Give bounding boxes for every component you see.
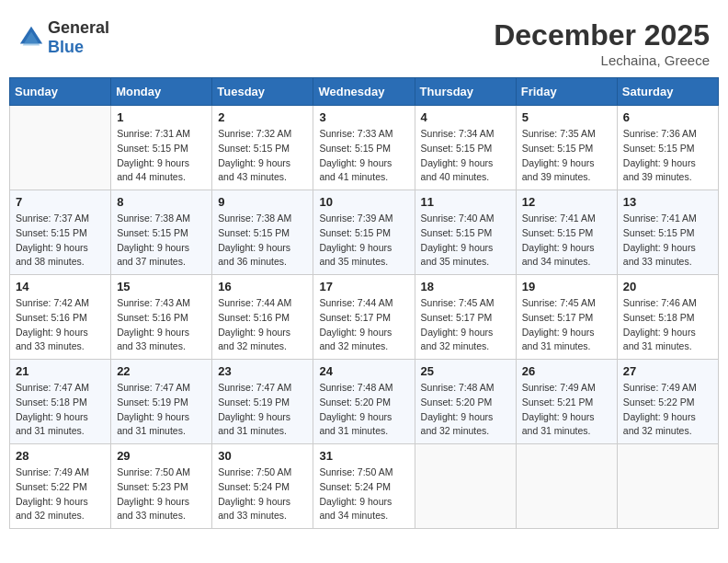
weekday-header-cell: Wednesday xyxy=(313,78,415,106)
day-number: 10 xyxy=(319,195,408,209)
day-info: Sunrise: 7:44 AMSunset: 5:16 PMDaylight:… xyxy=(218,296,307,354)
day-info: Sunrise: 7:47 AMSunset: 5:18 PMDaylight:… xyxy=(16,381,105,439)
calendar-week-row: 21Sunrise: 7:47 AMSunset: 5:18 PMDayligh… xyxy=(10,360,719,444)
calendar-day-cell: 12Sunrise: 7:41 AMSunset: 5:15 PMDayligh… xyxy=(516,190,617,275)
calendar-day-cell: 4Sunrise: 7:34 AMSunset: 5:15 PMDaylight… xyxy=(415,106,516,190)
day-info: Sunrise: 7:49 AMSunset: 5:21 PMDaylight:… xyxy=(522,381,611,439)
calendar-day-cell: 13Sunrise: 7:41 AMSunset: 5:15 PMDayligh… xyxy=(617,190,718,275)
day-info: Sunrise: 7:31 AMSunset: 5:15 PMDaylight:… xyxy=(117,127,206,185)
day-number: 7 xyxy=(16,195,105,209)
location: Lechaina, Greece xyxy=(494,52,710,68)
day-number: 21 xyxy=(16,364,105,378)
weekday-header-row: SundayMondayTuesdayWednesdayThursdayFrid… xyxy=(10,78,719,106)
day-info: Sunrise: 7:35 AMSunset: 5:15 PMDaylight:… xyxy=(522,127,611,185)
day-info: Sunrise: 7:41 AMSunset: 5:15 PMDaylight:… xyxy=(522,212,611,270)
logo-text-general: General xyxy=(48,18,109,37)
day-info: Sunrise: 7:38 AMSunset: 5:15 PMDaylight:… xyxy=(117,212,206,270)
day-number: 4 xyxy=(421,110,510,124)
calendar-day-cell: 16Sunrise: 7:44 AMSunset: 5:16 PMDayligh… xyxy=(212,275,313,360)
calendar-day-cell: 3Sunrise: 7:33 AMSunset: 5:15 PMDaylight… xyxy=(313,106,415,190)
day-number: 17 xyxy=(319,280,408,293)
calendar-day-cell: 23Sunrise: 7:47 AMSunset: 5:19 PMDayligh… xyxy=(212,360,313,444)
calendar-body: 1Sunrise: 7:31 AMSunset: 5:15 PMDaylight… xyxy=(10,106,719,529)
calendar-week-row: 28Sunrise: 7:49 AMSunset: 5:22 PMDayligh… xyxy=(10,444,719,529)
day-number: 14 xyxy=(16,280,105,293)
day-info: Sunrise: 7:40 AMSunset: 5:15 PMDaylight:… xyxy=(421,212,510,270)
day-info: Sunrise: 7:48 AMSunset: 5:20 PMDaylight:… xyxy=(421,381,510,439)
weekday-header-cell: Monday xyxy=(111,78,212,106)
logo-icon xyxy=(18,25,44,51)
day-number: 15 xyxy=(117,280,206,293)
day-info: Sunrise: 7:37 AMSunset: 5:15 PMDaylight:… xyxy=(16,212,105,270)
day-number: 26 xyxy=(522,364,611,378)
day-info: Sunrise: 7:38 AMSunset: 5:15 PMDaylight:… xyxy=(218,212,307,270)
day-number: 30 xyxy=(218,449,307,463)
calendar-day-cell: 11Sunrise: 7:40 AMSunset: 5:15 PMDayligh… xyxy=(415,190,516,275)
day-number: 19 xyxy=(522,280,611,293)
day-number: 29 xyxy=(117,449,206,463)
calendar-day-cell xyxy=(617,444,718,529)
day-number: 27 xyxy=(623,364,712,378)
calendar-day-cell: 5Sunrise: 7:35 AMSunset: 5:15 PMDaylight… xyxy=(516,106,617,190)
day-number: 6 xyxy=(623,110,712,124)
day-number: 22 xyxy=(117,364,206,378)
calendar-day-cell xyxy=(516,444,617,529)
calendar-day-cell: 24Sunrise: 7:48 AMSunset: 5:20 PMDayligh… xyxy=(313,360,415,444)
day-info: Sunrise: 7:42 AMSunset: 5:16 PMDaylight:… xyxy=(16,296,105,354)
calendar-day-cell: 8Sunrise: 7:38 AMSunset: 5:15 PMDaylight… xyxy=(111,190,212,275)
month-year: December 2025 xyxy=(494,18,710,52)
calendar-day-cell: 30Sunrise: 7:50 AMSunset: 5:24 PMDayligh… xyxy=(212,444,313,529)
day-info: Sunrise: 7:41 AMSunset: 5:15 PMDaylight:… xyxy=(623,212,712,270)
calendar-week-row: 7Sunrise: 7:37 AMSunset: 5:15 PMDaylight… xyxy=(10,190,719,275)
calendar-day-cell: 27Sunrise: 7:49 AMSunset: 5:22 PMDayligh… xyxy=(617,360,718,444)
calendar-day-cell: 15Sunrise: 7:43 AMSunset: 5:16 PMDayligh… xyxy=(111,275,212,360)
day-number: 8 xyxy=(117,195,206,209)
calendar-day-cell xyxy=(415,444,516,529)
logo: General Blue xyxy=(18,18,109,57)
day-info: Sunrise: 7:47 AMSunset: 5:19 PMDaylight:… xyxy=(117,381,206,439)
calendar-day-cell: 19Sunrise: 7:45 AMSunset: 5:17 PMDayligh… xyxy=(516,275,617,360)
calendar-day-cell: 2Sunrise: 7:32 AMSunset: 5:15 PMDaylight… xyxy=(212,106,313,190)
day-number: 13 xyxy=(623,195,712,209)
day-number: 31 xyxy=(319,449,408,463)
day-number: 2 xyxy=(218,110,307,124)
day-info: Sunrise: 7:45 AMSunset: 5:17 PMDaylight:… xyxy=(421,296,510,354)
day-info: Sunrise: 7:49 AMSunset: 5:22 PMDaylight:… xyxy=(623,381,712,439)
day-number: 1 xyxy=(117,110,206,124)
calendar-day-cell: 9Sunrise: 7:38 AMSunset: 5:15 PMDaylight… xyxy=(212,190,313,275)
logo-text-blue: Blue xyxy=(48,38,84,56)
day-number: 11 xyxy=(421,195,510,209)
calendar-day-cell: 14Sunrise: 7:42 AMSunset: 5:16 PMDayligh… xyxy=(10,275,111,360)
day-info: Sunrise: 7:44 AMSunset: 5:17 PMDaylight:… xyxy=(319,296,408,354)
calendar-day-cell: 29Sunrise: 7:50 AMSunset: 5:23 PMDayligh… xyxy=(111,444,212,529)
day-number: 12 xyxy=(522,195,611,209)
day-number: 18 xyxy=(421,280,510,293)
day-info: Sunrise: 7:50 AMSunset: 5:23 PMDaylight:… xyxy=(117,465,206,523)
day-info: Sunrise: 7:47 AMSunset: 5:19 PMDaylight:… xyxy=(218,381,307,439)
day-number: 3 xyxy=(319,110,408,124)
calendar-week-row: 14Sunrise: 7:42 AMSunset: 5:16 PMDayligh… xyxy=(10,275,719,360)
calendar-day-cell: 17Sunrise: 7:44 AMSunset: 5:17 PMDayligh… xyxy=(313,275,415,360)
day-info: Sunrise: 7:50 AMSunset: 5:24 PMDaylight:… xyxy=(218,465,307,523)
calendar-day-cell: 31Sunrise: 7:50 AMSunset: 5:24 PMDayligh… xyxy=(313,444,415,529)
weekday-header-cell: Saturday xyxy=(617,78,718,106)
day-number: 23 xyxy=(218,364,307,378)
day-number: 28 xyxy=(16,449,105,463)
calendar-week-row: 1Sunrise: 7:31 AMSunset: 5:15 PMDaylight… xyxy=(10,106,719,190)
day-number: 5 xyxy=(522,110,611,124)
weekday-header-cell: Friday xyxy=(516,78,617,106)
day-info: Sunrise: 7:36 AMSunset: 5:15 PMDaylight:… xyxy=(623,127,712,185)
calendar-day-cell: 21Sunrise: 7:47 AMSunset: 5:18 PMDayligh… xyxy=(10,360,111,444)
day-number: 25 xyxy=(421,364,510,378)
weekday-header-cell: Sunday xyxy=(10,78,111,106)
day-info: Sunrise: 7:45 AMSunset: 5:17 PMDaylight:… xyxy=(522,296,611,354)
day-info: Sunrise: 7:33 AMSunset: 5:15 PMDaylight:… xyxy=(319,127,408,185)
day-info: Sunrise: 7:50 AMSunset: 5:24 PMDaylight:… xyxy=(319,465,408,523)
calendar-table: SundayMondayTuesdayWednesdayThursdayFrid… xyxy=(9,77,719,529)
calendar-day-cell: 10Sunrise: 7:39 AMSunset: 5:15 PMDayligh… xyxy=(313,190,415,275)
calendar-day-cell: 28Sunrise: 7:49 AMSunset: 5:22 PMDayligh… xyxy=(10,444,111,529)
day-info: Sunrise: 7:49 AMSunset: 5:22 PMDaylight:… xyxy=(16,465,105,523)
header: General Blue December 2025 Lechaina, Gre… xyxy=(9,9,719,73)
calendar-day-cell: 1Sunrise: 7:31 AMSunset: 5:15 PMDaylight… xyxy=(111,106,212,190)
calendar-day-cell xyxy=(10,106,111,190)
